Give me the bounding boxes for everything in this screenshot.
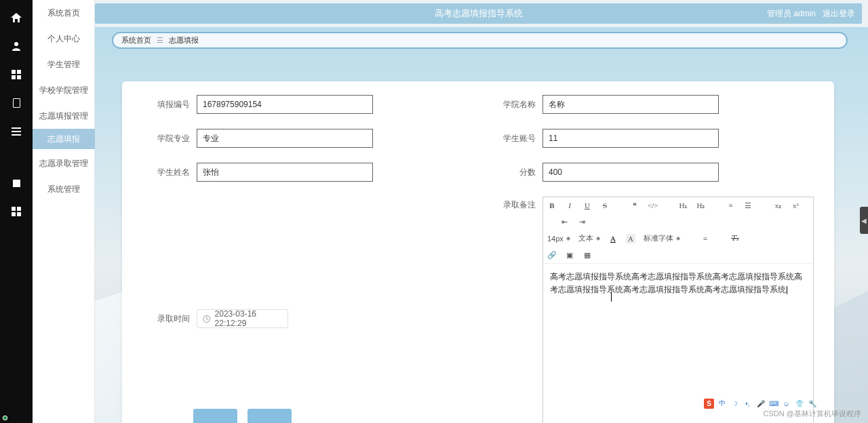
tb-blockfmt-dd[interactable]: 文本◆ [578,233,600,243]
input-major[interactable] [197,129,373,148]
breadcrumb-current: 志愿填报 [169,35,199,45]
label-fill-id: 填报编号 [142,99,190,110]
ime-mic-icon[interactable]: 🎤 [755,399,766,409]
sidebar-item-home[interactable]: 系统首页 [33,0,94,26]
sidebar-item-volunteer-mgmt[interactable]: 志愿填报管理 [33,103,94,129]
tb-color-icon[interactable]: A [608,234,618,243]
label-admit-time: 录取时间 [142,313,190,325]
ime-moon-icon[interactable]: ☽ [730,399,740,409]
ime-cn-icon[interactable]: 中 [717,399,727,409]
rail-check-icon[interactable] [0,170,33,196]
input-student-name[interactable] [197,163,373,182]
form-panel: 填报编号 学院名称 学院专业 学生账号 学生姓名 分数 录取时间 [122,81,834,423]
current-user[interactable]: 管理员 admin [767,8,816,20]
label-student-name: 学生姓名 [142,167,190,178]
ime-keyboard-icon[interactable]: ⌨ [768,399,778,409]
input-score[interactable] [542,163,719,182]
input-college-name[interactable] [542,95,719,114]
label-admit-note: 录取备注 [488,197,536,211]
tb-video-icon[interactable]: ▦ [583,250,592,260]
tb-strike-icon[interactable]: S [600,201,610,210]
note-text: 高考志愿填报指导系统高考志愿填报指导系统高考志愿填报指导系统高考志愿填报指导系统… [550,272,802,294]
ime-shirt-icon[interactable]: 👕 [794,399,804,409]
rail-home-icon[interactable] [0,5,33,31]
rail-doc-icon[interactable] [0,90,33,116]
tb-sup-icon[interactable]: x² [791,201,800,210]
submit-button[interactable] [193,409,237,423]
svg-point-0 [14,42,18,46]
rail-user-icon[interactable] [0,33,33,59]
breadcrumb-sep-icon: ☰ [157,36,163,45]
tb-fontsize-dd[interactable]: 14px◆ [547,235,570,243]
ime-face-icon[interactable]: ☺ [781,399,791,409]
tb-link-icon[interactable]: 🔗 [547,250,557,260]
clock-icon [203,315,211,323]
tb-underline-icon[interactable]: U [583,201,592,210]
sidebar-subitem-volunteer-fill[interactable]: 志愿填报 [33,129,95,149]
rich-toolbar: B I U S ❝ </> H₁ H₂ ≡ ☰ x₂ x² [543,197,813,264]
sidebar-item-admission-mgmt[interactable]: 志愿录取管理 [33,150,94,176]
label-major: 学院专业 [142,133,190,144]
sidebar-item-profile[interactable]: 个人中心 [33,26,94,52]
tb-sub-icon[interactable]: x₂ [773,201,783,210]
cancel-button[interactable] [248,409,292,423]
form-buttons [193,409,292,423]
tb-italic-icon[interactable]: I [565,201,574,210]
rail-grid-icon[interactable] [0,62,33,87]
tb-ul-icon[interactable]: ☰ [743,201,753,210]
tb-h1-icon[interactable]: H₁ [678,201,688,210]
rail-sliders-icon[interactable] [0,119,33,144]
ime-tool-icon[interactable]: 🔧 [807,399,817,409]
status-dot-icon [3,416,7,420]
tb-bgcolor-icon[interactable]: A [626,234,635,243]
right-collapse-handle[interactable]: ◀ [860,207,868,234]
rail-grid2-icon[interactable] [0,199,33,224]
ime-sogou-icon[interactable]: S [704,399,714,409]
tb-image-icon[interactable]: ▣ [565,250,574,260]
top-bar: 高考志愿填报指导系统 管理员 admin 退出登录 [95,3,862,24]
sidebar-item-schools[interactable]: 学校学院管理 [33,77,94,103]
sidebar-item-students[interactable]: 学生管理 [33,52,94,77]
text-cursor [787,286,787,294]
rich-editor: B I U S ❝ </> H₁ H₂ ≡ ☰ x₂ x² [542,197,814,423]
tb-quote-icon[interactable]: ❝ [630,201,639,210]
ime-bar: S 中 ☽ •, 🎤 ⌨ ☺ 👕 🔧 [704,397,817,409]
label-score: 分数 [488,167,536,178]
breadcrumb: 系统首页 ☰ 志愿填报 [112,32,848,49]
label-college-name: 学院名称 [488,99,536,110]
tb-bold-icon[interactable]: B [547,201,557,210]
tb-outdent-icon[interactable]: ⇤ [559,217,569,226]
tb-clear-icon[interactable]: T̶ₓ [730,234,740,243]
sidebar-item-system-mgmt[interactable]: 系统管理 [33,176,94,202]
admit-time-value: 2023-03-16 22:12:29 [215,309,282,328]
tb-indent-icon[interactable]: ⇥ [577,217,587,226]
icon-rail [0,0,33,423]
app-title: 高考志愿填报指导系统 [435,7,523,20]
tb-h2-icon[interactable]: H₂ [696,201,705,210]
tb-code-icon[interactable]: </> [648,201,658,210]
tb-ol-icon[interactable]: ≡ [726,201,735,210]
text-caret-icon [611,292,612,302]
breadcrumb-home[interactable]: 系统首页 [121,35,151,45]
input-fill-id[interactable] [197,95,373,114]
logout-link[interactable]: 退出登录 [823,8,855,20]
text-rail: 系统首页 个人中心 学生管理 学校学院管理 志愿填报管理 志愿填报 志愿录取管理… [33,0,95,423]
input-admit-time[interactable]: 2023-03-16 22:12:29 [197,309,288,328]
ime-comma-icon[interactable]: •, [743,399,753,409]
tb-align-icon[interactable]: ≡ [701,234,710,243]
label-student-acct: 学生账号 [488,133,536,144]
input-student-acct[interactable] [542,129,719,148]
tb-fontfamily-dd[interactable]: 标准字体◆ [644,233,680,243]
watermark: CSDN @基林计算机毕设程序 [764,409,861,419]
